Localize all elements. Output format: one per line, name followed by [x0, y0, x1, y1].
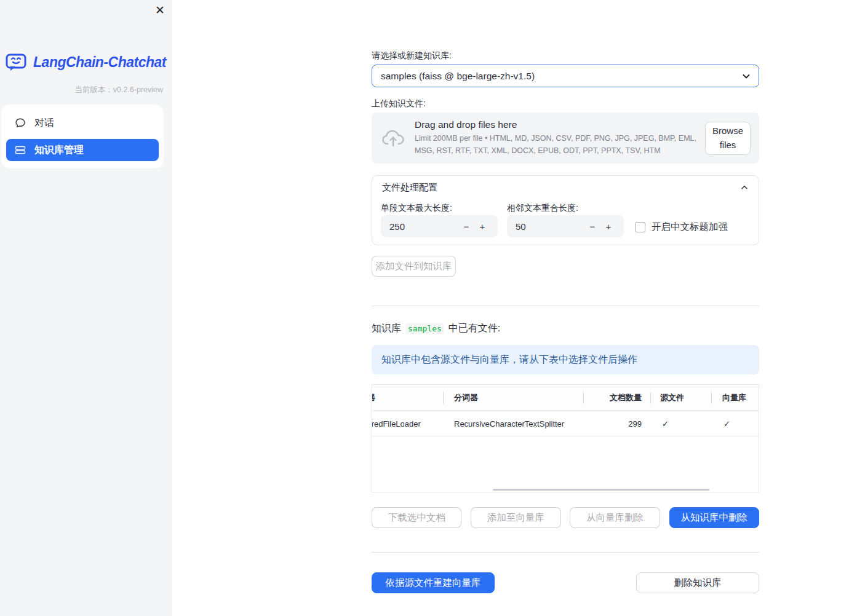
version-value: v0.2.6-preview: [113, 85, 163, 94]
col-header-vector[interactable]: 向量库: [722, 385, 758, 411]
uploader-limit-text: Limit 200MB per file • HTML, MD, JSON, C…: [415, 133, 709, 157]
browse-files-button[interactable]: Browse files: [705, 122, 751, 155]
uploader-title: Drag and drop files here: [415, 119, 695, 130]
version-text: 当前版本：v0.2.6-preview: [74, 85, 163, 95]
table-row[interactable]: UnstructuredFileLoader RecursiveCharacte…: [372, 411, 759, 436]
plus-stepper[interactable]: +: [474, 221, 490, 232]
chunk-overlap-input[interactable]: 50 − +: [507, 215, 624, 237]
kb-files-suffix: 中已有文件:: [448, 322, 500, 335]
file-uploader-dropzone[interactable]: Drag and drop files here Limit 200MB per…: [372, 113, 759, 164]
version-label: 当前版本：: [74, 85, 113, 94]
main-content: 请选择或新建知识库: samples (faiss @ bge-large-zh…: [372, 0, 759, 616]
col-header-loader[interactable]: 文档加载器: [372, 385, 442, 411]
cell-loader: UnstructuredFileLoader: [372, 411, 442, 436]
delete-from-kb-button[interactable]: 从知识库中删除: [669, 507, 759, 528]
kb-name-code: samples: [405, 323, 444, 334]
expander-header[interactable]: 文件处理配置: [372, 176, 759, 199]
sidebar-item-label: 对话: [34, 117, 54, 130]
sidebar-close-icon[interactable]: ✕: [155, 4, 165, 17]
col-header-splitter[interactable]: 分词器: [454, 385, 577, 411]
file-action-buttons: 下载选中文档 添加至向量库 从向量库删除 从知识库中删除: [372, 507, 759, 528]
chunk-size-value: 250: [389, 221, 458, 232]
sidebar: ✕ LangChain-Chatchat 当前版本：v0.2.6-preview…: [0, 0, 172, 616]
cell-splitter: RecursiveCharacterTextSplitter: [454, 411, 580, 436]
kb-files-table[interactable]: 文档加载器 分词器 文档数量 源文件 向量库 UnstructuredFileL…: [372, 384, 759, 492]
delete-from-vector-store-button[interactable]: 从向量库删除: [570, 507, 660, 528]
divider: [372, 552, 759, 553]
table-header-row: 文档加载器 分词器 文档数量 源文件 向量库: [372, 385, 759, 411]
chunk-overlap-label: 相邻文本重合长度:: [507, 203, 578, 214]
checkbox-label: 开启中文标题加强: [652, 221, 728, 234]
chunk-overlap-value: 50: [516, 221, 584, 232]
info-alert: 知识库中包含源文件与向量库，请从下表中选择文件后操作: [372, 345, 759, 374]
stacked-drives-icon: [15, 144, 26, 156]
check-icon: ✓: [662, 411, 687, 436]
sidebar-item-knowledge-base[interactable]: 知识库管理: [6, 139, 159, 161]
sidebar-menu: 对话 知识库管理: [1, 105, 164, 168]
col-header-source[interactable]: 源文件: [660, 385, 703, 411]
divider: [372, 306, 759, 306]
chat-bubble-icon: [15, 117, 26, 128]
checkbox-box-icon[interactable]: [635, 222, 645, 232]
kb-files-line: 知识库 samples 中已有文件:: [372, 322, 500, 335]
plus-stepper[interactable]: +: [600, 221, 616, 232]
sidebar-item-label: 知识库管理: [34, 144, 84, 157]
add-files-to-kb-button[interactable]: 添加文件到知识库: [372, 256, 456, 277]
uploader-texts: Drag and drop files here Limit 200MB per…: [415, 119, 695, 157]
logo-text: LangChain-Chatchat: [33, 54, 166, 71]
expander-title: 文件处理配置: [382, 182, 740, 194]
logo-chat-smiley-icon: [5, 52, 28, 73]
chunk-size-input[interactable]: 250 − +: [381, 215, 498, 237]
add-to-vector-store-button[interactable]: 添加至向量库: [471, 507, 560, 528]
column-separator: [650, 392, 651, 404]
col-header-docs[interactable]: 文档数量: [589, 385, 642, 411]
kb-select-dropdown[interactable]: samples (faiss @ bge-large-zh-v1.5): [372, 65, 759, 87]
kb-select-label: 请选择或新建知识库:: [372, 50, 452, 61]
minus-stepper[interactable]: −: [458, 221, 474, 232]
delete-kb-button[interactable]: 删除知识库: [636, 572, 759, 593]
sidebar-item-dialogue[interactable]: 对话: [6, 112, 159, 134]
upload-label: 上传知识文件:: [372, 98, 426, 109]
column-separator: [583, 392, 584, 404]
check-icon: ✓: [723, 411, 748, 436]
kb-selected-value: samples (faiss @ bge-large-zh-v1.5): [381, 71, 741, 82]
cell-docs-count: 299: [589, 411, 642, 436]
rebuild-vector-store-button[interactable]: 依据源文件重建向量库: [372, 572, 495, 593]
zh-title-enhance-checkbox[interactable]: 开启中文标题加强: [635, 221, 728, 234]
chevron-down-icon: [741, 71, 751, 81]
download-selected-button[interactable]: 下载选中文档: [372, 507, 461, 528]
info-alert-text: 知识库中包含源文件与向量库，请从下表中选择文件后操作: [381, 353, 637, 366]
file-config-expander: 文件处理配置 单段文本最大长度: 相邻文本重合长度: 250 − + 50 − …: [372, 175, 759, 245]
chunk-size-label: 单段文本最大长度:: [381, 203, 452, 214]
cloud-upload-icon: [381, 128, 405, 148]
column-separator: [711, 392, 712, 404]
chevron-up-icon: [740, 183, 749, 192]
kb-files-prefix: 知识库: [372, 322, 401, 335]
minus-stepper[interactable]: −: [584, 221, 600, 232]
column-separator: [443, 392, 444, 404]
horizontal-scrollbar[interactable]: [493, 489, 709, 491]
app-root: { "theme": { "primary": "#2b6ff2", "logo…: [0, 0, 849, 616]
app-logo: LangChain-Chatchat: [6, 52, 165, 73]
